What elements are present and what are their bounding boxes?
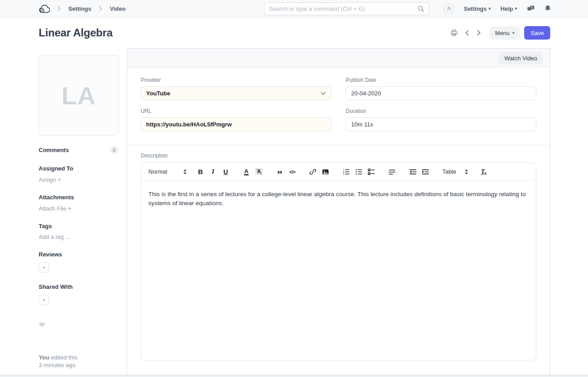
publish-date-input[interactable]	[346, 86, 536, 100]
rich-text-editor: Normal B I U A A ” </>	[141, 162, 536, 360]
clear-format-button[interactable]: Tx	[478, 166, 489, 177]
help-dropdown[interactable]: Help ▾	[500, 5, 517, 12]
insert-image-button[interactable]	[320, 166, 331, 177]
next-document-icon[interactable]	[475, 29, 482, 37]
color-group: A A	[241, 166, 264, 177]
tags-label: Tags	[39, 223, 119, 229]
bullet-list-button[interactable]	[353, 166, 364, 177]
chevron-down-icon: ▾	[512, 31, 515, 35]
text-color-button[interactable]: A	[241, 166, 252, 177]
url-label: URL	[141, 108, 331, 114]
edited-by: You	[39, 354, 49, 361]
breadcrumb-settings[interactable]: Settings	[68, 5, 91, 12]
field-url: URL	[141, 108, 331, 131]
breadcrumb: Settings Video	[39, 4, 125, 13]
chevron-right-icon	[98, 6, 102, 11]
field-duration: Duration	[346, 108, 536, 131]
field-publish-date: Publish Date	[346, 77, 536, 100]
sidebar-section-tags: Tags Add a tag ...	[39, 223, 119, 240]
search-icon	[418, 5, 424, 12]
edited-action: edited this	[49, 354, 78, 361]
global-search[interactable]	[264, 2, 429, 15]
attach-image-placeholder[interactable]: LA	[39, 55, 119, 136]
save-button[interactable]: Save	[524, 26, 550, 40]
sidebar-section-assigned-to: Assigned To Assign+	[39, 165, 119, 183]
provider-label: Provider	[141, 77, 331, 83]
insert-group	[307, 166, 331, 177]
breadcrumb-video[interactable]: Video	[110, 5, 125, 12]
updown-arrows-icon	[183, 169, 187, 175]
svg-text:3: 3	[343, 173, 344, 175]
sidebar-section-shared-with: Shared With +	[39, 283, 119, 305]
underline-button[interactable]: U	[220, 166, 231, 177]
print-icon[interactable]	[449, 28, 459, 38]
indent-button[interactable]	[420, 166, 431, 177]
code-block-button[interactable]: </>	[287, 166, 298, 177]
navbar: Settings Video A Settings ▾ Help ▾	[0, 0, 588, 18]
comments-label: Comments	[39, 147, 69, 153]
add-tag-input[interactable]: Add a tag ...	[39, 233, 119, 240]
like-heart-icon[interactable]	[39, 321, 45, 328]
page-bottom-strip	[0, 375, 588, 377]
chevron-down-icon: ▾	[515, 6, 517, 11]
form-action-band: Watch Video	[127, 49, 550, 68]
add-share-button[interactable]: +	[39, 295, 49, 305]
updown-arrows-icon	[464, 169, 468, 175]
list-group: 123	[341, 166, 377, 177]
align-button[interactable]	[387, 166, 397, 177]
watch-video-button[interactable]: Watch Video	[499, 52, 543, 64]
publish-date-label: Publish Date	[346, 77, 536, 83]
edited-time: 3 minutes ago	[39, 361, 77, 369]
form-fields-section: Provider YouTube Publish Date URL Durati…	[127, 68, 550, 145]
sidebar-section-reviews: Reviews +	[39, 251, 119, 273]
clear-format-x-glyph: x	[484, 171, 486, 175]
provider-select[interactable]: YouTube	[141, 86, 331, 100]
paragraph-style-select[interactable]: Normal	[148, 168, 187, 175]
duration-input[interactable]	[346, 117, 536, 131]
text-color-glyph: A	[244, 168, 248, 175]
provider-value: YouTube	[146, 90, 170, 97]
assign-link[interactable]: Assign+	[39, 176, 119, 183]
paragraph-style-value: Normal	[148, 168, 167, 175]
notifications-bell-icon[interactable]	[544, 5, 551, 12]
page-head: Linear Algebra Menu ▾ Save	[0, 18, 588, 48]
link-button[interactable]	[307, 166, 318, 177]
form-sidebar: LA Comments 0 Assigned To Assign+ Attach…	[39, 55, 119, 377]
user-avatar[interactable]: A	[444, 4, 454, 13]
sidebar-item-comments[interactable]: Comments 0	[39, 146, 119, 154]
editor-toolbar: Normal B I U A A ” </>	[141, 163, 536, 181]
attach-file-link[interactable]: Attach File+	[39, 205, 119, 212]
blockquote-button[interactable]: ”	[274, 166, 285, 177]
italic-button[interactable]: I	[208, 166, 218, 177]
assigned-to-label: Assigned To	[39, 165, 119, 172]
last-edited-info: You edited this 3 minutes ago	[39, 354, 77, 369]
checklist-button[interactable]	[366, 166, 377, 177]
table-select[interactable]: Table	[442, 168, 468, 175]
menu-button[interactable]: Menu ▾	[490, 26, 520, 40]
ordered-list-button[interactable]: 123	[341, 166, 352, 177]
chevron-down-icon: ▾	[489, 6, 491, 11]
clear-group: Tx	[478, 166, 489, 177]
duration-label: Duration	[346, 108, 536, 114]
page-actions: Menu ▾ Save	[449, 26, 550, 40]
search-input[interactable]	[269, 5, 418, 12]
plus-icon: +	[58, 176, 61, 183]
description-section: Description Normal B I U A A	[127, 145, 550, 360]
bold-button[interactable]: B	[195, 166, 206, 177]
app-logo-icon[interactable]	[39, 4, 50, 13]
format-group: B I U	[195, 166, 231, 177]
settings-dropdown[interactable]: Settings ▾	[463, 5, 490, 12]
url-input[interactable]	[141, 117, 331, 131]
reviews-label: Reviews	[39, 251, 119, 258]
help-dropdown-label: Help	[500, 5, 513, 12]
comments-count-badge: 0	[110, 146, 119, 154]
description-text-area[interactable]: This is the first in a series of lecture…	[141, 181, 536, 360]
outdent-button[interactable]	[407, 166, 418, 177]
menu-button-label: Menu	[495, 30, 510, 36]
add-review-button[interactable]: +	[39, 262, 49, 273]
sidebar-section-attachments: Attachments Attach File+	[39, 194, 119, 212]
settings-dropdown-label: Settings	[463, 5, 486, 12]
prev-document-icon[interactable]	[463, 29, 471, 37]
background-color-button[interactable]: A	[254, 166, 264, 177]
announcements-icon[interactable]	[527, 5, 535, 12]
